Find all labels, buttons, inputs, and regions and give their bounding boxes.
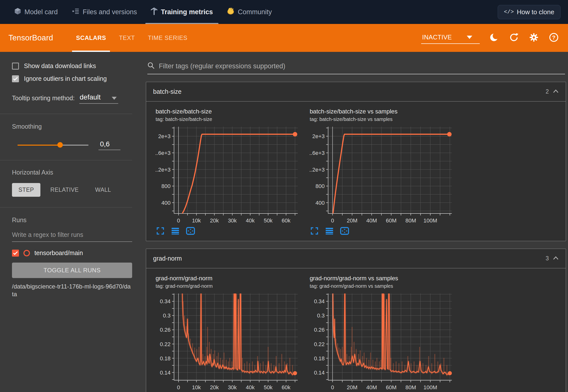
checkbox-unchecked-icon[interactable] [12,63,19,70]
chart-tag: tag: batch-size/batch-size [156,116,301,122]
search-icon [147,62,155,70]
settings-sidebar: Show data download links Ignore outliers… [0,52,141,392]
toggle-all-runs-button[interactable]: TOGGLE ALL RUNS [12,263,132,278]
gear-icon [529,32,539,43]
slider-track-empty [60,145,89,146]
runs-list-icon[interactable] [171,227,180,235]
axis-relative-button[interactable]: RELATIVE [44,183,85,197]
svg-text:10k: 10k [192,384,201,391]
svg-text:0.3: 0.3 [317,312,325,319]
clone-button-label: How to clone [517,8,554,16]
chart-title: batch-size/batch-size vs samples [310,108,455,115]
chart-grad-norm-vs-steps: grad-norm/grad-norm tag: grad-norm/grad-… [152,275,301,392]
chart-grad-norm-vs-samples: grad-norm/grad-norm vs samples tag: grad… [306,275,455,392]
svg-text:400: 400 [315,200,325,206]
svg-text:60k: 60k [282,384,291,391]
tab-training-metrics[interactable]: Training metrics [144,0,220,24]
runs-filter-input[interactable] [12,224,132,242]
tab-scalars[interactable]: SCALARS [70,24,112,52]
filter-tags-input[interactable] [159,62,565,70]
checkbox-label: Show data download links [24,62,96,70]
tab-files-and-versions[interactable]: Files and versions [65,0,144,24]
section-title: grad-norm [153,255,182,262]
slider-thumb[interactable] [57,142,63,148]
section-card-grad-norm: grad-norm 3 grad-norm/grad-norm tag: gra… [146,249,566,392]
chart-title: batch-size/batch-size [156,108,301,115]
svg-text:0: 0 [331,384,334,391]
refresh-button[interactable] [508,32,520,44]
fullscreen-icon[interactable] [156,227,165,235]
fit-domain-icon[interactable] [186,227,194,235]
chart-batch-size-vs-samples: batch-size/batch-size vs samples tag: ba… [306,108,455,235]
svg-text:30k: 30k [228,384,237,391]
svg-text:40M: 40M [366,384,377,391]
smoothing-slider[interactable] [17,144,89,146]
chart-count-badge: 3 [546,255,549,262]
svg-text:2e+3: 2e+3 [158,133,171,139]
svg-text:40k: 40k [246,384,255,391]
ignore-outliers-checkbox[interactable]: Ignore outliers in chart scaling [12,75,132,82]
svg-text:0.18: 0.18 [314,355,325,362]
section-collapse-control[interactable]: 3 [546,255,559,262]
chevron-up-icon [553,256,559,261]
tensorboard-header: TensorBoard SCALARS TEXT TIME SERIES INA… [0,24,568,52]
chart-tag: tag: grad-norm/grad-norm [156,283,301,289]
tensorboard-tabs: SCALARS TEXT TIME SERIES [70,24,194,52]
smoothing-label: Smoothing [12,123,132,130]
svg-text:40M: 40M [366,217,377,224]
checkbox-checked-icon[interactable] [12,75,19,82]
chart-tag: tag: grad-norm/grad-norm vs samples [310,283,455,289]
fullscreen-icon[interactable] [310,227,319,235]
svg-text:20k: 20k [210,217,219,224]
tooltip-sorting-value: default [80,93,101,101]
section-collapse-control[interactable]: 2 [546,88,559,95]
chevron-down-icon [467,36,472,39]
svg-text:30k: 30k [228,217,237,224]
chevron-down-icon [112,97,117,100]
show-download-links-checkbox[interactable]: Show data download links [12,62,132,70]
section-title: batch-size [153,88,182,95]
moon-icon [489,32,499,43]
tab-model-card[interactable]: Model card [7,0,65,24]
svg-text:?: ? [552,34,555,41]
section-card-batch-size: batch-size 2 batch-size/batch-size tag: … [146,82,566,241]
chart-tag: tag: batch-size/batch-size vs samples [310,116,455,122]
how-to-clone-button[interactable]: </> How to clone [498,5,561,19]
runs-list-icon[interactable] [325,227,334,235]
tab-community[interactable]: Community [220,0,279,24]
axis-step-button[interactable]: STEP [12,183,40,197]
run-row-tensorboard-main[interactable]: tensorboard/main [12,249,132,257]
svg-text:40k: 40k [246,217,255,224]
svg-text:0.3: 0.3 [163,312,171,319]
svg-text:50k: 50k [264,384,273,391]
section-header[interactable]: grad-norm 3 [146,249,566,268]
tab-label: Community [238,8,272,16]
fit-domain-icon[interactable] [340,227,349,235]
tab-time-series[interactable]: TIME SERIES [141,24,194,52]
chart-plot: 020M40M60M80M100M4008001.2e+31.6e+32e+3 [310,125,455,226]
settings-button[interactable] [528,32,540,44]
svg-text:1.2e+3: 1.2e+3 [310,167,325,173]
smoothing-value-input[interactable]: 0,6 [98,140,120,150]
section-header[interactable]: batch-size 2 [146,82,566,101]
dark-mode-toggle[interactable] [488,32,500,44]
svg-text:60M: 60M [386,384,397,391]
tab-text[interactable]: TEXT [112,24,141,52]
chart-title: grad-norm/grad-norm [156,275,301,282]
axis-wall-button[interactable]: WALL [89,183,118,197]
tooltip-sorting-select[interactable]: default [79,93,118,104]
run-checkbox-checked-icon[interactable] [12,250,19,257]
chart-plot: 010k20k30k40k50k60k0.140.180.220.260.30.… [156,292,301,392]
svg-text:0.18: 0.18 [160,355,171,362]
tensorboard-header-actions: INACTIVE ? [421,32,560,44]
log-data-path: /data/bigscience-tr11-176b-ml-logs-96d70… [12,283,132,298]
tab-label: Files and versions [83,8,137,16]
files-versions-icon [72,8,79,16]
run-color-swatch-icon[interactable] [23,250,30,256]
svg-text:0: 0 [331,217,334,224]
help-button[interactable]: ? [548,32,560,44]
chart-plot: 010k20k30k40k50k60k4008001.2e+31.6e+32e+… [156,125,301,226]
status-value: INACTIVE [422,34,452,41]
checkbox-label: Ignore outliers in chart scaling [24,75,107,82]
status-dropdown[interactable]: INACTIVE [421,32,480,44]
